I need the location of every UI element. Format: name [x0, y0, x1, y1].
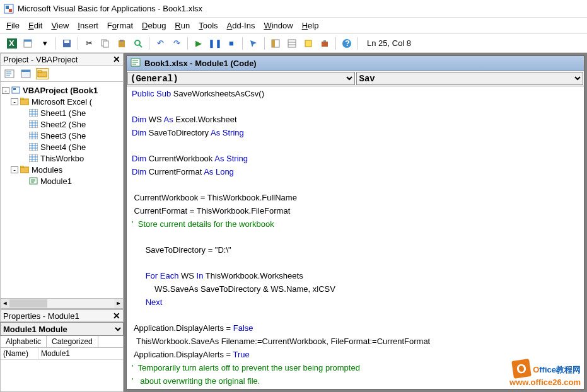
tree-thisworkbook[interactable]: ThisWorkbo: [2, 153, 122, 164]
tree-sheet1[interactable]: Sheet1 (She: [2, 107, 122, 118]
menu-format[interactable]: Format: [107, 21, 133, 30]
toolbox-icon[interactable]: [318, 37, 332, 50]
tab-alphabetic[interactable]: Alphabetic: [1, 336, 47, 347]
tree-modules-group[interactable]: -Modules: [2, 164, 122, 175]
svg-line-14: [139, 45, 142, 47]
properties-object-selector[interactable]: Module1 Module: [0, 322, 124, 336]
code-editor[interactable]: Public Sub SaveWorksheetsAsCsv() Dim WS …: [127, 86, 584, 389]
tab-categorized[interactable]: Categorized: [47, 336, 98, 347]
svg-rect-31: [21, 70, 30, 72]
properties-panel: Properties - Module1 ✕ Module1 Module Al…: [0, 309, 124, 392]
code-window: Book1.xlsx - Module1 (Code) (General) Sa…: [126, 55, 584, 389]
svg-rect-22: [322, 42, 328, 47]
vba-project-icon: [11, 86, 21, 95]
redo-icon[interactable]: ↷: [170, 37, 183, 50]
code-window-title: Book1.xlsx - Module1 (Code): [144, 59, 257, 68]
menu-window[interactable]: Window: [264, 21, 293, 30]
design-mode-icon[interactable]: [247, 37, 260, 50]
tree-module1[interactable]: Module1: [2, 175, 122, 187]
run-icon[interactable]: ▶: [192, 37, 206, 50]
tree-sheet3[interactable]: Sheet3 (She: [2, 130, 122, 141]
svg-rect-48: [29, 132, 38, 139]
menu-insert[interactable]: Insert: [78, 21, 98, 30]
dropdown-arrow-icon[interactable]: ▾: [38, 37, 52, 50]
module-icon: [131, 58, 141, 69]
folder-icon: [20, 97, 30, 106]
property-name: (Name): [1, 348, 38, 359]
svg-rect-18: [288, 40, 296, 47]
menu-help[interactable]: Help: [302, 21, 319, 30]
watermark-url: www.office26.com: [509, 378, 581, 387]
project-tree[interactable]: -VBAProject (Book1 -Microsoft Excel ( Sh…: [0, 82, 124, 299]
svg-rect-6: [24, 40, 32, 42]
tree-sheet2[interactable]: Sheet2 (She: [2, 118, 122, 130]
project-panel-title: Project - VBAProject: [3, 55, 78, 64]
properties-grid[interactable]: (Name) Module1: [0, 348, 124, 392]
worksheet-icon: [28, 120, 38, 129]
properties-panel-header: Properties - Module1 ✕: [0, 309, 124, 322]
app-icon: [4, 4, 14, 14]
svg-rect-8: [64, 40, 69, 43]
close-icon[interactable]: ✕: [113, 311, 120, 321]
help-icon[interactable]: ?: [340, 37, 354, 50]
mdi-area: Book1.xlsx - Module1 (Code) (General) Sa…: [124, 53, 587, 392]
code-window-titlebar[interactable]: Book1.xlsx - Module1 (Code): [127, 56, 584, 71]
menu-edit[interactable]: Edit: [28, 21, 42, 30]
menu-debug[interactable]: Debug: [142, 21, 166, 30]
code-dropdowns: (General) Sav: [127, 71, 584, 86]
svg-rect-17: [272, 40, 275, 47]
svg-rect-10: [103, 41, 108, 47]
scroll-left-icon[interactable]: ◄: [1, 299, 9, 308]
module-icon: [28, 176, 38, 185]
stop-icon[interactable]: ■: [224, 37, 238, 50]
menu-run[interactable]: Run: [175, 21, 190, 30]
menu-addins[interactable]: Add-Ins: [227, 21, 255, 30]
undo-icon[interactable]: ↶: [153, 37, 167, 50]
insert-form-icon[interactable]: [21, 37, 35, 50]
worksheet-icon: [28, 131, 38, 140]
project-panel-header: Project - VBAProject ✕: [0, 53, 124, 66]
view-object-icon[interactable]: [20, 68, 32, 79]
tree-sheet4[interactable]: Sheet4 (She: [2, 141, 122, 153]
scroll-right-icon[interactable]: ►: [114, 299, 123, 308]
svg-rect-1: [6, 6, 9, 9]
cut-icon[interactable]: ✂: [82, 37, 96, 50]
project-explorer-icon[interactable]: [269, 37, 282, 50]
titlebar: Microsoft Visual Basic for Applications …: [0, 0, 587, 18]
menu-view[interactable]: View: [51, 21, 69, 30]
close-icon[interactable]: ✕: [113, 54, 120, 64]
tree-root[interactable]: -VBAProject (Book1: [2, 84, 122, 96]
property-row[interactable]: (Name) Module1: [1, 348, 123, 360]
svg-rect-2: [9, 9, 12, 12]
toggle-folders-icon[interactable]: [36, 68, 49, 79]
properties-tabs: Alphabetic Categorized: [0, 336, 124, 348]
procedure-dropdown[interactable]: Sav: [356, 72, 584, 85]
tree-excel-group[interactable]: -Microsoft Excel (: [2, 96, 122, 107]
excel-icon[interactable]: X: [5, 37, 19, 50]
cursor-position: Ln 25, Col 8: [367, 38, 411, 48]
worksheet-icon: [28, 142, 38, 151]
svg-rect-33: [38, 71, 42, 72]
svg-rect-37: [20, 98, 23, 100]
view-code-icon[interactable]: [3, 68, 16, 79]
workbook-icon: [28, 154, 38, 163]
object-browser-icon[interactable]: [301, 37, 315, 50]
svg-rect-64: [20, 166, 23, 168]
svg-rect-35: [13, 88, 16, 90]
property-value[interactable]: Module1: [38, 348, 73, 359]
svg-rect-58: [29, 154, 38, 162]
tree-hscrollbar[interactable]: ◄ ►: [0, 299, 124, 309]
save-icon[interactable]: [60, 37, 74, 50]
toolbar: X ▾ ✂ ↶ ↷ ▶ ❚❚ ■ ? Ln 25, Col 8: [0, 34, 587, 53]
watermark: OOffice教程网 www.office26.com: [509, 360, 581, 387]
scroll-thumb[interactable]: [9, 299, 47, 308]
object-dropdown[interactable]: (General): [127, 72, 355, 85]
find-icon[interactable]: [131, 37, 145, 50]
pause-icon[interactable]: ❚❚: [208, 37, 222, 50]
copy-icon[interactable]: [98, 37, 112, 50]
menu-tools[interactable]: Tools: [199, 21, 218, 30]
svg-rect-38: [29, 109, 38, 117]
menu-file[interactable]: File: [6, 21, 20, 30]
properties-window-icon[interactable]: [285, 37, 299, 50]
paste-icon[interactable]: [115, 37, 129, 50]
